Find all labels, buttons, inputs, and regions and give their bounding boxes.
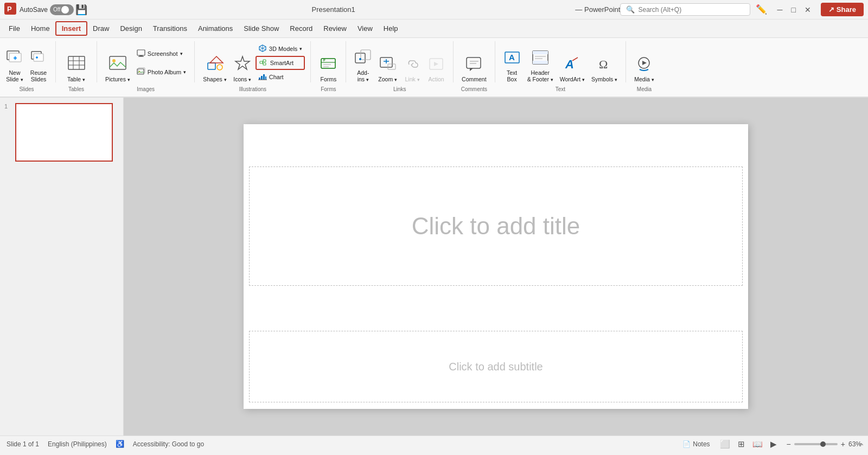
slide-canvas[interactable]: Click to add title Click to add subtitle — [244, 124, 748, 409]
ribbon-group-forms: F Forms Forms — [313, 39, 343, 95]
add-ins-button[interactable]: Add-ins ▾ — [352, 42, 374, 84]
slide-subtitle-box[interactable]: Click to add subtitle — [249, 331, 743, 402]
icons-button[interactable]: Icons ▾ — [231, 42, 254, 84]
ribbon-collapse-button[interactable]: ⌃ — [858, 441, 865, 452]
link-label: Link ▾ — [405, 76, 420, 82]
screenshot-button[interactable]: Screenshot ▾ — [134, 47, 189, 60]
svg-marker-58 — [470, 68, 473, 71]
menu-item-slideshow[interactable]: Slide Show — [238, 22, 284, 35]
wordart-button[interactable]: A WordArt ▾ — [557, 42, 588, 84]
status-bar-right: 📄 Notes ⬜ ⊞ 📖 ▶ − + 63% — [682, 438, 861, 450]
save-icon[interactable]: 💾 — [75, 4, 87, 16]
text-box-icon: A — [503, 49, 521, 67]
tables-group-label: Tables — [61, 84, 91, 95]
normal-view-button[interactable]: ⬜ — [718, 438, 732, 450]
share-label: Share — [837, 5, 856, 14]
search-input[interactable] — [638, 6, 736, 14]
notes-icon: 📄 — [682, 440, 691, 448]
slide-thumbnail[interactable] — [15, 103, 113, 162]
chart-button[interactable]: Chart — [256, 71, 305, 84]
new-slide-button[interactable]: NewSlide ▾ — [3, 42, 26, 84]
svg-rect-47 — [361, 50, 371, 60]
svg-rect-39 — [265, 76, 266, 80]
share-button[interactable]: ↗ Share — [821, 3, 864, 16]
ribbon: NewSlide ▾ ReuseSlides Slides Tab — [0, 38, 868, 98]
menu-item-animations[interactable]: Animations — [193, 22, 238, 35]
media-label: Media ▾ — [634, 76, 654, 82]
media-button[interactable]: Media ▾ — [631, 42, 657, 84]
maximize-button[interactable]: □ — [787, 3, 800, 16]
reading-view-button[interactable]: 📖 — [750, 438, 765, 450]
menu-item-file[interactable]: File — [3, 22, 25, 35]
slideshow-view-button[interactable]: ▶ — [768, 438, 779, 450]
slide-title-box[interactable]: Click to add title — [249, 166, 743, 286]
3d-models-icon — [258, 44, 267, 54]
zoom-control: − + 63% — [787, 440, 861, 448]
zoom-slider[interactable] — [794, 443, 838, 445]
menu-item-record[interactable]: Record — [284, 22, 318, 35]
reuse-slides-icon — [30, 49, 47, 67]
notes-button[interactable]: 📄 Notes — [682, 440, 710, 448]
menu-item-view[interactable]: View — [352, 22, 378, 35]
search-box[interactable]: 🔍 — [620, 3, 750, 16]
3d-models-chevron: ▾ — [299, 46, 302, 52]
chart-icon — [258, 72, 267, 82]
menu-item-help[interactable]: Help — [378, 22, 404, 35]
menu-item-draw[interactable]: Draw — [87, 22, 114, 35]
3d-models-button[interactable]: 3D Models ▾ — [256, 42, 305, 55]
slide-title-placeholder: Click to add title — [412, 213, 580, 240]
illustrations-group-label: Illustrations — [200, 84, 305, 95]
forms-button[interactable]: F Forms — [316, 42, 340, 84]
photo-album-chevron: ▾ — [183, 69, 186, 75]
zoom-out-button[interactable]: − — [787, 440, 791, 448]
symbols-label: Symbols ▾ — [591, 76, 617, 82]
slide-subtitle-placeholder: Click to add subtitle — [449, 361, 542, 373]
link-button[interactable]: Link ▾ — [401, 42, 424, 84]
slide-panel: 1 — [0, 98, 124, 435]
menu-item-home[interactable]: Home — [25, 22, 55, 35]
shapes-button[interactable]: Shapes ▾ — [200, 42, 229, 84]
table-label: Table ▾ — [67, 76, 85, 82]
header-footer-button[interactable]: Header& Footer ▾ — [525, 42, 556, 84]
action-button[interactable]: Action — [425, 42, 448, 84]
edit-icon[interactable]: ✏️ — [756, 4, 767, 15]
svg-rect-38 — [263, 74, 265, 80]
symbols-button[interactable]: Ω Symbols ▾ — [589, 42, 620, 84]
svg-rect-23 — [208, 63, 215, 69]
svg-line-35 — [263, 62, 263, 64]
photo-album-button[interactable]: Photo Album ▾ — [134, 66, 189, 79]
icons-icon — [233, 54, 252, 74]
autosave-toggle[interactable]: Off — [50, 4, 74, 15]
pictures-button[interactable]: Pictures ▾ — [103, 42, 133, 84]
slide-list-item-1[interactable]: 1 — [4, 103, 119, 162]
app-logo: P — [4, 3, 16, 16]
close-button[interactable]: ✕ — [800, 3, 815, 16]
comment-icon — [465, 55, 483, 74]
menu-item-insert[interactable]: Insert — [55, 21, 87, 36]
reuse-slides-button[interactable]: ReuseSlides — [27, 42, 50, 84]
text-box-button[interactable]: A TextBox — [501, 42, 524, 84]
smartart-button[interactable]: SmartArt — [256, 56, 305, 70]
ribbon-group-tables: Table ▾ Tables — [58, 39, 94, 95]
zoom-button[interactable]: Zoom ▾ — [375, 42, 400, 84]
illustrations-sm-group: 3D Models ▾ SmartArt Chart — [256, 42, 305, 84]
notes-label: Notes — [693, 440, 710, 448]
svg-rect-17 — [137, 50, 145, 55]
new-slide-label: NewSlide ▾ — [6, 69, 23, 82]
table-button[interactable]: Table ▾ — [61, 42, 91, 84]
header-footer-icon — [532, 49, 549, 67]
ribbon-group-images: Pictures ▾ Screenshot ▾ Photo A — [99, 39, 192, 95]
accessibility-label: Accessibility: Good to go — [133, 440, 204, 448]
screenshot-chevron: ▾ — [180, 51, 183, 56]
toggle-off-label: Off — [53, 7, 60, 12]
menu-item-transitions[interactable]: Transitions — [148, 22, 193, 35]
svg-rect-7 — [34, 54, 43, 61]
slide-sorter-button[interactable]: ⊞ — [736, 438, 747, 450]
header-footer-label: Header& Footer ▾ — [527, 69, 553, 82]
menu-item-review[interactable]: Review — [318, 22, 352, 35]
minimize-button[interactable]: ─ — [773, 3, 787, 16]
comment-button[interactable]: Comment — [459, 42, 489, 84]
menu-item-design[interactable]: Design — [114, 22, 147, 35]
zoom-in-button[interactable]: + — [841, 440, 845, 448]
zoom-icon — [379, 55, 397, 74]
